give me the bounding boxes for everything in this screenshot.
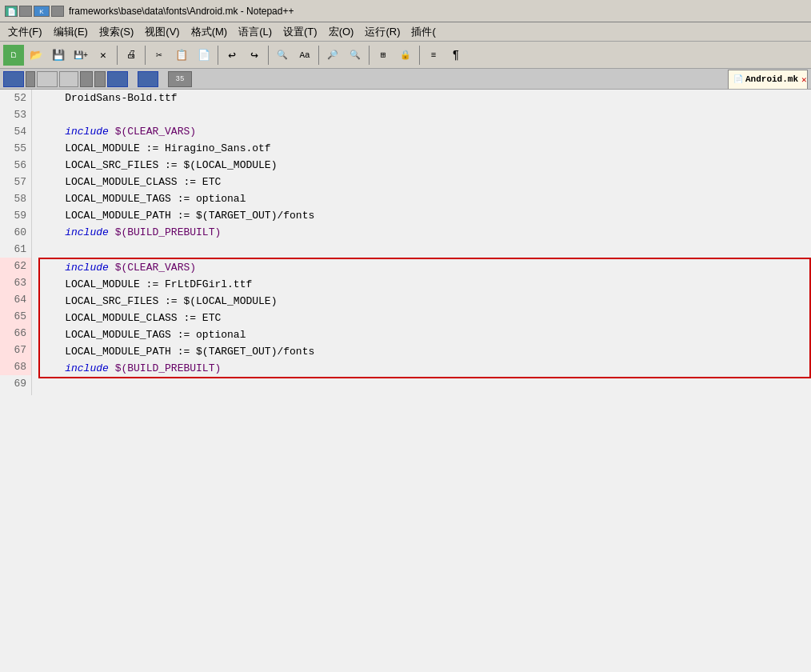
lock-button[interactable]: 🔒	[395, 45, 416, 66]
line-num-59: 59	[0, 207, 31, 224]
find-replace-button[interactable]: Aa	[294, 45, 315, 66]
editor-main: 52 53 54 55 56 57 58 59 60 61 62 63 64 6…	[0, 90, 811, 395]
second-toolbar-btn-1[interactable]	[3, 71, 24, 87]
active-tab-preview[interactable]: 📄 Android.mk ✕	[728, 70, 808, 89]
menu-language[interactable]: 语言(L)	[234, 23, 277, 41]
file-icon-small: 📄	[733, 74, 743, 84]
cut-button[interactable]: ✂	[149, 45, 170, 66]
second-toolbar-btn-2[interactable]	[37, 71, 58, 87]
code-line-68: include $(BUILD_PREBUILT)	[40, 360, 809, 377]
line-num-57: 57	[0, 174, 31, 190]
line-num-64: 64	[0, 291, 31, 308]
active-tab-label: Android.mk	[745, 74, 798, 84]
separator-3	[218, 46, 218, 65]
save-all-button[interactable]: 💾+	[70, 45, 91, 66]
second-toolbar-btn-3[interactable]	[59, 71, 78, 87]
code-line-62: include $(CLEAR_VARS)	[40, 259, 809, 276]
menu-macro[interactable]: 宏(O)	[324, 23, 359, 41]
code-line-54: include $(CLEAR_VARS)	[40, 123, 811, 140]
title-icon-1: 📄	[5, 6, 18, 17]
secondary-toolbar: 35 📄 Android.mk ✕	[0, 69, 811, 90]
separator-4	[268, 46, 269, 65]
second-toolbar-btn-4[interactable]	[107, 71, 128, 87]
copy-button[interactable]: 📋	[171, 45, 192, 66]
menu-file[interactable]: 文件(F)	[3, 23, 47, 41]
menu-view[interactable]: 视图(V)	[140, 23, 184, 41]
line-num-65: 65	[0, 308, 31, 325]
line-num-56: 56	[0, 157, 31, 174]
code-line-56: LOCAL_SRC_FILES := $(LOCAL_MODULE)	[40, 157, 811, 174]
sync-button[interactable]: ⊞	[373, 45, 394, 66]
line-num-67: 67	[0, 342, 31, 358]
second-toolbar-dot	[94, 71, 106, 87]
code-line-58: LOCAL_MODULE_TAGS := optional	[40, 190, 811, 207]
title-bar: 📄 K frameworks\base\data\fonts\Android.m…	[0, 0, 811, 22]
line-num-52: 52	[0, 90, 31, 106]
line-num-53: 53	[0, 106, 31, 123]
find-button[interactable]: 🔍	[272, 45, 293, 66]
title-icon-3: K	[34, 6, 50, 17]
toolbar: 🗋 📂 💾 💾+ ✕ 🖨 ✂ 📋 📄 ↩ ↪ 🔍 Aa 🔎 🔍 ⊞ 🔒 ≡ ¶	[0, 42, 811, 69]
new-file-button[interactable]: 🗋	[3, 45, 24, 66]
code-line-65: LOCAL_MODULE_CLASS := ETC	[40, 310, 809, 326]
code-area[interactable]: DroidSans-Bold.ttf include $(CLEAR_VARS)…	[32, 90, 811, 395]
separator-7	[419, 46, 420, 65]
line-num-54: 54	[0, 123, 31, 140]
editor-container: 52 53 54 55 56 57 58 59 60 61 62 63 64 6…	[0, 90, 811, 395]
menu-run[interactable]: 运行(R)	[360, 23, 405, 41]
open-file-button[interactable]: 📂	[26, 45, 46, 66]
line-num-58: 58	[0, 190, 31, 207]
separator-5	[318, 46, 319, 65]
highlight-region: include $(CLEAR_VARS) LOCAL_MODULE := Fr…	[38, 258, 811, 378]
second-toolbar-btn-5[interactable]	[138, 71, 158, 87]
menu-edit[interactable]: 编辑(E)	[49, 23, 93, 41]
code-line-53	[40, 106, 811, 123]
menu-search[interactable]: 搜索(S)	[94, 23, 138, 41]
zoom-in-button[interactable]: 🔎	[322, 45, 343, 66]
close-button[interactable]: ✕	[93, 45, 114, 66]
second-toolbar-spacer	[130, 71, 136, 87]
separator-1	[117, 46, 118, 65]
menu-format[interactable]: 格式(M)	[186, 23, 233, 41]
line-numbers: 52 53 54 55 56 57 58 59 60 61 62 63 64 6…	[0, 90, 32, 395]
second-toolbar-sep-2	[80, 71, 93, 87]
code-line-61	[40, 241, 811, 258]
menu-plugins[interactable]: 插件(	[406, 23, 440, 41]
zoom-out-button[interactable]: 🔍	[345, 45, 366, 66]
line-num-61: 61	[0, 241, 31, 258]
title-icon-4	[51, 6, 64, 17]
second-toolbar-sep-1	[26, 71, 35, 87]
code-line-64: LOCAL_SRC_FILES := $(LOCAL_MODULE)	[40, 293, 809, 310]
code-line-63: LOCAL_MODULE := FrLtDFGirl.ttf	[40, 276, 809, 293]
line-num-63: 63	[0, 274, 31, 291]
line-num-55: 55	[0, 140, 31, 157]
line-num-69: 69	[0, 375, 31, 392]
line-num-66: 66	[0, 325, 31, 342]
line-num-60: 60	[0, 224, 31, 241]
code-line-55: LOCAL_MODULE := Hiragino_Sans.otf	[40, 140, 811, 157]
undo-button[interactable]: ↩	[222, 45, 242, 66]
menu-bar: 文件(F) 编辑(E) 搜索(S) 视图(V) 格式(M) 语言(L) 设置(T…	[0, 22, 811, 42]
code-line-69	[40, 378, 811, 395]
window-title: frameworks\base\data\fonts\Android.mk - …	[69, 6, 294, 17]
code-line-66: LOCAL_MODULE_TAGS := optional	[40, 326, 809, 343]
wrap-button[interactable]: ≡	[423, 45, 444, 66]
second-toolbar-num: 35	[168, 71, 192, 87]
macro-button[interactable]: ¶	[445, 45, 466, 66]
active-tab-close[interactable]: ✕	[801, 74, 807, 85]
save-button[interactable]: 💾	[48, 45, 69, 66]
title-icon-2	[19, 6, 32, 17]
second-toolbar-spacer2	[160, 71, 166, 87]
print-button[interactable]: 🖨	[121, 45, 142, 66]
code-line-59: LOCAL_MODULE_PATH := $(TARGET_OUT)/fonts	[40, 207, 811, 224]
line-num-62: 62	[0, 258, 31, 274]
menu-settings[interactable]: 设置(T)	[278, 23, 322, 41]
separator-6	[369, 46, 370, 65]
code-line-67: LOCAL_MODULE_PATH := $(TARGET_OUT)/fonts	[40, 343, 809, 360]
separator-2	[145, 46, 146, 65]
code-line-60: include $(BUILD_PREBUILT)	[40, 224, 811, 241]
paste-button[interactable]: 📄	[194, 45, 214, 66]
code-line-52: DroidSans-Bold.ttf	[40, 90, 811, 106]
redo-button[interactable]: ↪	[244, 45, 265, 66]
line-num-68: 68	[0, 358, 31, 375]
